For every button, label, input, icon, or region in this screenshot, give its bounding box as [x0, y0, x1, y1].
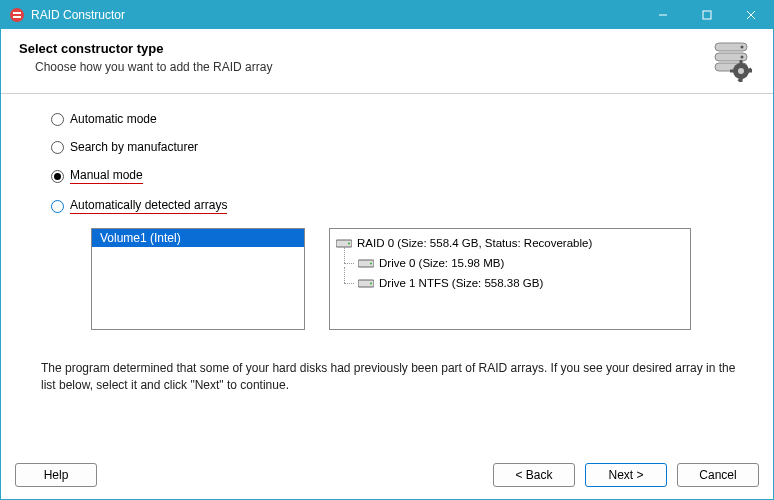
footer: Help < Back Next > Cancel [1, 453, 773, 499]
back-button[interactable]: < Back [493, 463, 575, 487]
svg-point-22 [348, 242, 350, 244]
page-title: Select constructor type [19, 41, 711, 56]
radio-icon [51, 200, 64, 213]
tree-label: RAID 0 (Size: 558.4 GB, Status: Recovera… [357, 237, 592, 249]
next-button[interactable]: Next > [585, 463, 667, 487]
minimize-button[interactable] [641, 1, 685, 29]
raid-gear-icon [711, 41, 755, 85]
titlebar: RAID Constructor [1, 1, 773, 29]
window: RAID Constructor Select constructor type… [0, 0, 774, 500]
tree-child[interactable]: Drive 0 (Size: 15.98 MB) [336, 253, 684, 273]
help-button[interactable]: Help [15, 463, 97, 487]
volume-list-item[interactable]: Volume1 (Intel) [92, 229, 304, 247]
raid-tree[interactable]: RAID 0 (Size: 558.4 GB, Status: Recovera… [329, 228, 691, 330]
tree-label: Drive 1 NTFS (Size: 558.38 GB) [379, 277, 543, 289]
cancel-button[interactable]: Cancel [677, 463, 759, 487]
svg-point-26 [370, 282, 372, 284]
option-label: Automatic mode [70, 112, 157, 126]
option-automatic[interactable]: Automatic mode [51, 112, 739, 126]
option-search-manufacturer[interactable]: Search by manufacturer [51, 140, 739, 154]
option-label: Search by manufacturer [70, 140, 198, 154]
svg-rect-2 [13, 16, 21, 18]
tree-label: Drive 0 (Size: 15.98 MB) [379, 257, 504, 269]
window-title: RAID Constructor [31, 8, 641, 22]
svg-point-24 [370, 262, 372, 264]
radio-icon [51, 113, 64, 126]
radio-icon [51, 170, 64, 183]
tree-root[interactable]: RAID 0 (Size: 558.4 GB, Status: Recovera… [336, 233, 684, 253]
close-button[interactable] [729, 1, 773, 29]
svg-rect-1 [13, 12, 21, 14]
option-manual[interactable]: Manual mode [51, 168, 739, 184]
svg-point-10 [741, 56, 744, 59]
panels: Volume1 (Intel) RAID 0 (Size: 558.4 GB, … [91, 228, 739, 330]
app-icon [9, 7, 25, 23]
drive-icon [358, 258, 374, 269]
tree-child[interactable]: Drive 1 NTFS (Size: 558.38 GB) [336, 273, 684, 293]
info-text: The program determined that some of your… [41, 360, 739, 395]
option-label: Manual mode [70, 168, 143, 184]
maximize-button[interactable] [685, 1, 729, 29]
option-auto-detected[interactable]: Automatically detected arrays [51, 198, 739, 214]
svg-point-8 [741, 46, 744, 49]
svg-rect-15 [740, 60, 743, 65]
radio-icon [51, 141, 64, 154]
page-subtitle: Choose how you want to add the RAID arra… [35, 60, 711, 74]
svg-point-0 [10, 8, 24, 22]
wizard-header: Select constructor type Choose how you w… [1, 29, 773, 94]
svg-rect-4 [703, 11, 711, 19]
volume-list[interactable]: Volume1 (Intel) [91, 228, 305, 330]
svg-point-14 [738, 68, 744, 74]
wizard-body: Automatic mode Search by manufacturer Ma… [1, 94, 773, 453]
drive-icon [358, 278, 374, 289]
svg-rect-17 [730, 70, 735, 73]
option-label: Automatically detected arrays [70, 198, 227, 214]
